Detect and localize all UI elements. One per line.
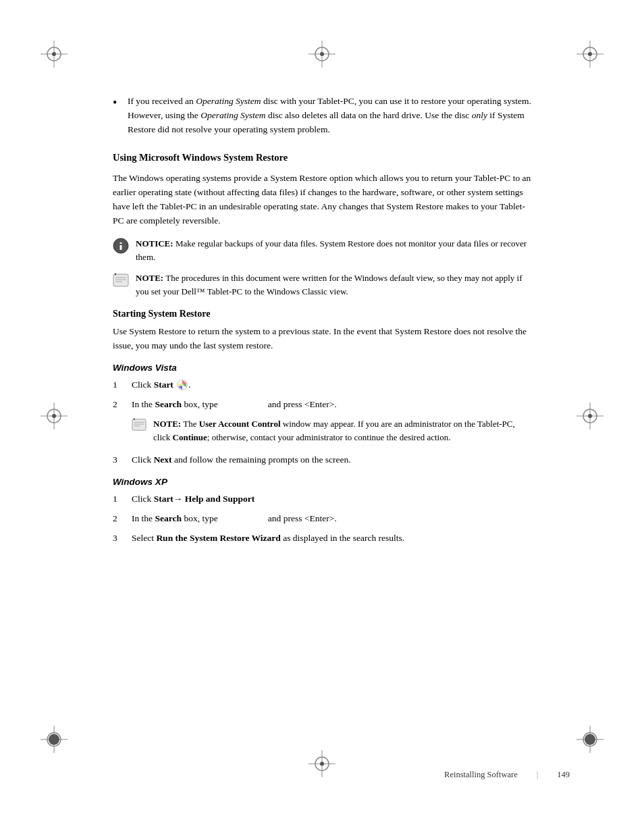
search-bold-2: Search xyxy=(155,399,182,409)
xp-step-number-2: 2 xyxy=(113,512,124,526)
xp-step-3-content: Select Run the System Restore Wizard as … xyxy=(132,531,531,546)
vista-step-2: 2 In the Search box, type and press <Ent… xyxy=(113,398,531,448)
notice-body: Make regular backups of your data files.… xyxy=(136,238,527,262)
svg-point-15 xyxy=(588,414,592,418)
search-bold-xp: Search xyxy=(155,513,182,523)
xp-step-1: 1 Click Start→ Help and Support xyxy=(113,492,531,506)
svg-point-7 xyxy=(588,52,592,56)
corner-mark-tr xyxy=(576,41,603,68)
page: • If you received an Operating System di… xyxy=(0,0,644,834)
xp-step-number-3: 3 xyxy=(113,531,124,546)
windows-xp-steps: 1 Click Start→ Help and Support 2 In the… xyxy=(113,492,531,546)
inline-note-label: NOTE: xyxy=(153,419,181,429)
windows-vista-steps: 1 Click Start . xyxy=(113,378,531,467)
corner-mark-tl xyxy=(41,41,68,68)
step-number-1: 1 xyxy=(113,378,124,392)
step-3-content: Click Next and follow the remaining prom… xyxy=(132,453,531,467)
section-heading: Using Microsoft Windows System Restore xyxy=(113,152,531,163)
run-wizard-bold: Run the System Restore Wizard xyxy=(156,533,281,543)
bullet-section: • If you received an Operating System di… xyxy=(113,95,531,137)
body-paragraph: The Windows operating systems provide a … xyxy=(113,172,531,228)
svg-point-32 xyxy=(49,734,59,745)
corner-mark-mid-l xyxy=(41,402,68,432)
note-body: The procedures in this document were wri… xyxy=(136,273,522,296)
corner-mark-bottom-center xyxy=(308,750,336,780)
step-1-content: Click Start . xyxy=(132,378,531,392)
next-bold: Next xyxy=(154,454,172,465)
note-box: NOTE: The procedures in this document we… xyxy=(113,271,531,298)
sub-paragraph: Use System Restore to return the system … xyxy=(113,325,531,353)
svg-point-24 xyxy=(181,384,184,386)
svg-point-3 xyxy=(52,52,56,56)
step-2-content: In the Search box, type and press <Enter… xyxy=(132,398,531,448)
xp-step-3: 3 Select Run the System Restore Wizard a… xyxy=(113,531,531,546)
windows-vista-heading: Windows Vista xyxy=(113,363,531,373)
bullet-dot: • xyxy=(113,96,121,137)
xp-step-1-content: Click Start→ Help and Support xyxy=(132,492,531,506)
notice-box: NOTICE: Make regular backups of your dat… xyxy=(113,237,531,263)
corner-mark-bl xyxy=(41,726,68,753)
svg-rect-25 xyxy=(132,419,146,431)
svg-point-36 xyxy=(585,734,595,745)
note-text: NOTE: The procedures in this document we… xyxy=(136,271,531,298)
xp-step-2-content: In the Search box, type and press <Enter… xyxy=(132,512,531,526)
svg-rect-18 xyxy=(120,245,122,250)
svg-rect-17 xyxy=(120,242,122,244)
note-label: NOTE: xyxy=(136,273,163,283)
xp-step-number-1: 1 xyxy=(113,492,124,506)
step-number-2: 2 xyxy=(113,398,124,448)
page-number: 149 xyxy=(557,770,570,780)
notice-icon xyxy=(113,238,129,254)
bullet-item-1: • If you received an Operating System di… xyxy=(113,95,531,137)
corner-mark-top-center xyxy=(308,41,336,70)
bullet-text-1: If you received an Operating System disc… xyxy=(128,95,531,137)
inline-note-text: NOTE: The User Account Control window ma… xyxy=(153,417,531,444)
note-icon xyxy=(113,272,129,288)
corner-mark-mid-r xyxy=(576,402,603,432)
notice-label: NOTICE: xyxy=(136,238,173,249)
uac-bold: User Account Control xyxy=(199,419,281,429)
start-bold: Start xyxy=(154,380,173,390)
windows-xp-heading: Windows XP xyxy=(113,477,531,487)
sub-heading-starting: Starting System Restore xyxy=(113,309,531,319)
svg-point-40 xyxy=(320,762,324,766)
inline-note-icon xyxy=(132,417,146,437)
footer-text: Reinstalling Software | 149 xyxy=(444,770,570,780)
xp-step-2: 2 In the Search box, type and press <Ent… xyxy=(113,512,531,526)
vista-step-2-note: NOTE: The User Account Control window ma… xyxy=(132,417,531,444)
step-number-3: 3 xyxy=(113,453,124,467)
corner-mark-br xyxy=(576,726,603,753)
main-content: • If you received an Operating System di… xyxy=(113,41,531,546)
step-2-text: In the Search box, type and press <Enter… xyxy=(132,399,337,409)
vista-step-3: 3 Click Next and follow the remaining pr… xyxy=(113,453,531,467)
windows-start-icon xyxy=(177,380,188,390)
footer-section-label: Reinstalling Software xyxy=(444,770,518,780)
footer-separator: | xyxy=(537,770,539,780)
vista-step-1: 1 Click Start . xyxy=(113,378,531,392)
start-help-bold: Start→ Help and Support xyxy=(154,494,255,504)
notice-text: NOTICE: Make regular backups of your dat… xyxy=(136,237,531,263)
continue-bold: Continue xyxy=(173,432,207,442)
svg-rect-19 xyxy=(113,274,128,286)
svg-point-44 xyxy=(320,52,324,56)
svg-point-11 xyxy=(52,414,56,418)
